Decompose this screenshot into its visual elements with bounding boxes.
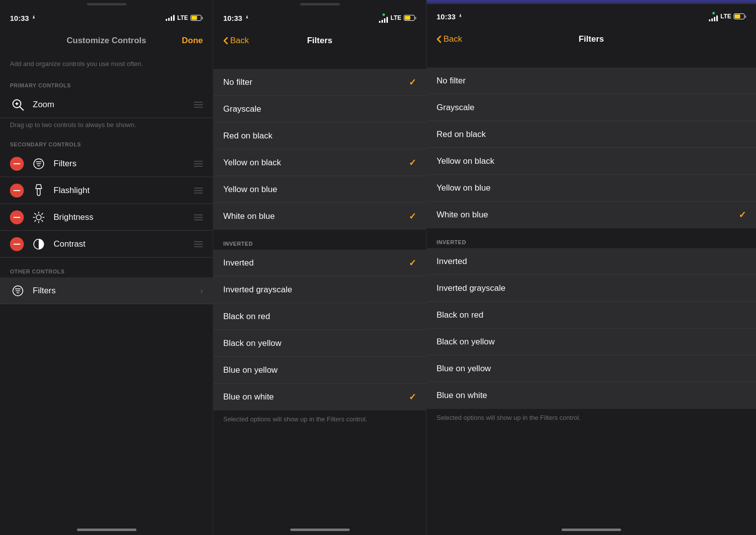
battery-icon-3: ⚡: [734, 13, 746, 19]
battery-icon-1: ⚡: [190, 15, 203, 21]
filter-grayscale-2[interactable]: Grayscale: [427, 94, 756, 121]
inverted-header-1: INVERTED: [213, 230, 426, 250]
svg-rect-5: [37, 189, 40, 196]
filters-nav-2: Back Filters: [427, 26, 756, 53]
inverted-filter-group-1: Inverted ✓ Inverted grayscale Black on r…: [213, 250, 426, 410]
other-filters-label: Filters: [33, 286, 56, 296]
standard-filter-group-2: No filter Grayscale Red on black Yellow …: [427, 67, 756, 228]
filters-nav-1: Back Filters: [213, 27, 426, 54]
zoom-label: Zoom: [33, 100, 54, 110]
signal-wrapper-2: [379, 13, 388, 23]
filters-content-2: No filter Grayscale Red on black Yellow …: [427, 53, 756, 535]
filter-black-on-yellow-2[interactable]: Black on yellow: [427, 329, 756, 355]
svg-point-6: [36, 215, 41, 220]
filter-black-on-red-1[interactable]: Black on red: [213, 303, 426, 330]
status-right-3: LTE ⚡: [709, 12, 746, 21]
status-bar-2: 10:33 LTE ⚡: [213, 5, 426, 27]
lte-label-1: LTE: [177, 14, 188, 21]
checkmark-no-filter-1: ✓: [409, 77, 416, 88]
zoom-icon: [10, 97, 26, 113]
remove-brightness-btn[interactable]: [10, 210, 24, 224]
checkmark-yellow-on-black-1: ✓: [409, 157, 416, 168]
drag-hint: Drag up to two controls to always be sho…: [0, 118, 213, 131]
svg-line-14: [35, 220, 36, 221]
signal-wrapper-3: [709, 12, 718, 21]
checkmark-white-on-blue-2: ✓: [739, 209, 746, 220]
other-filters-icon: [10, 283, 26, 299]
control-item-flashlight[interactable]: Flashlight: [0, 177, 213, 204]
remove-filters-btn[interactable]: [10, 157, 24, 171]
drag-handle-flashlight[interactable]: [194, 188, 203, 194]
filters-icon: [31, 156, 47, 172]
filter-red-on-black-1[interactable]: Red on black: [213, 123, 426, 149]
drag-handle-contrast[interactable]: [194, 241, 203, 247]
signal-bars-1: [166, 15, 175, 21]
control-item-filters[interactable]: Filters: [0, 150, 213, 177]
other-filters-row[interactable]: Filters ›: [0, 277, 213, 304]
back-chevron-1: [223, 37, 228, 45]
drag-handle-zoom[interactable]: [194, 102, 203, 108]
filters-content-1: No filter ✓ Grayscale Red on black Yello…: [213, 54, 426, 535]
panel-filters-1: 10:33 LTE ⚡: [213, 0, 427, 535]
status-time-3: 10:33: [437, 12, 463, 21]
lte-label-2: LTE: [390, 14, 401, 21]
drag-handle-filters[interactable]: [194, 161, 203, 167]
filter-black-on-yellow-1[interactable]: Black on yellow: [213, 330, 426, 357]
status-right-1: LTE ⚡: [166, 14, 203, 21]
flashlight-icon: [31, 183, 47, 199]
filters-title-2: Filters: [578, 34, 604, 44]
filter-red-on-black-2[interactable]: Red on black: [427, 121, 756, 148]
filters-chevron: ›: [200, 286, 203, 295]
customize-title: Customize Controls: [66, 36, 146, 46]
secondary-section-header: SECONDARY CONTROLS: [0, 131, 213, 150]
filter-yellow-on-black-2[interactable]: Yellow on black: [427, 148, 756, 175]
filter-inverted-1[interactable]: Inverted ✓: [213, 250, 426, 276]
filter-inverted-2[interactable]: Inverted: [427, 248, 756, 275]
flashlight-label: Flashlight: [54, 186, 90, 196]
filter-black-on-red-2[interactable]: Black on red: [427, 302, 756, 329]
filter-blue-on-yellow-2[interactable]: Blue on yellow: [427, 355, 756, 382]
filter-white-on-blue-2[interactable]: White on blue ✓: [427, 201, 756, 228]
filter-blue-on-yellow-1[interactable]: Blue on yellow: [213, 357, 426, 384]
filter-grayscale-1[interactable]: Grayscale: [213, 96, 426, 123]
brightness-label: Brightness: [54, 212, 93, 222]
remove-flashlight-btn[interactable]: [10, 184, 24, 198]
filter-blue-on-white-2[interactable]: Blue on white: [427, 382, 756, 409]
filter-inverted-grayscale-2[interactable]: Inverted grayscale: [427, 275, 756, 302]
standard-filter-group-1: No filter ✓ Grayscale Red on black Yello…: [213, 69, 426, 230]
battery-icon-2: ⚡: [404, 15, 416, 21]
primary-section-header: PRIMARY CONTROLS: [0, 71, 213, 91]
filters-label: Filters: [54, 159, 76, 169]
contrast-label: Contrast: [54, 239, 85, 249]
other-section-header: OTHER CONTROLS: [0, 258, 213, 277]
back-button-1[interactable]: Back: [223, 36, 249, 46]
customize-desc: Add and organize controls you use most o…: [0, 54, 213, 71]
filter-yellow-on-blue-1[interactable]: Yellow on blue: [213, 176, 426, 203]
status-time-2: 10:33: [223, 14, 250, 22]
drag-handle-brightness[interactable]: [194, 214, 203, 220]
back-button-2[interactable]: Back: [437, 34, 462, 44]
brightness-icon: [31, 209, 47, 225]
status-time-1: 10:33: [10, 14, 37, 22]
remove-contrast-btn[interactable]: [10, 237, 24, 251]
svg-line-12: [42, 220, 43, 221]
filter-no-filter-1[interactable]: No filter ✓: [213, 69, 426, 96]
status-bar-3: 10:33 LTE ⚡: [427, 4, 756, 26]
back-chevron-2: [437, 35, 441, 43]
filter-no-filter-2[interactable]: No filter: [427, 67, 756, 94]
filter-yellow-on-blue-2[interactable]: Yellow on blue: [427, 175, 756, 201]
control-item-brightness[interactable]: Brightness: [0, 204, 213, 231]
filter-inverted-grayscale-1[interactable]: Inverted grayscale: [213, 276, 426, 303]
filter-yellow-on-black-1[interactable]: Yellow on black ✓: [213, 149, 426, 176]
footer-note-1: Selected options will show up in the Fil…: [213, 410, 426, 428]
checkmark-white-on-blue-1: ✓: [409, 211, 416, 222]
filter-blue-on-white-1[interactable]: Blue on white ✓: [213, 384, 426, 410]
done-button[interactable]: Done: [182, 36, 203, 46]
control-item-zoom[interactable]: Zoom: [0, 91, 213, 118]
status-right-2: LTE ⚡: [379, 13, 416, 23]
control-item-contrast[interactable]: Contrast: [0, 231, 213, 258]
panel-filters-2: 10:33 LTE ⚡: [427, 0, 756, 535]
footer-note-2: Selected options will show up in the Fil…: [427, 409, 756, 426]
status-bar-1: 10:33 LTE ⚡: [0, 5, 213, 27]
filter-white-on-blue-1[interactable]: White on blue ✓: [213, 203, 426, 230]
